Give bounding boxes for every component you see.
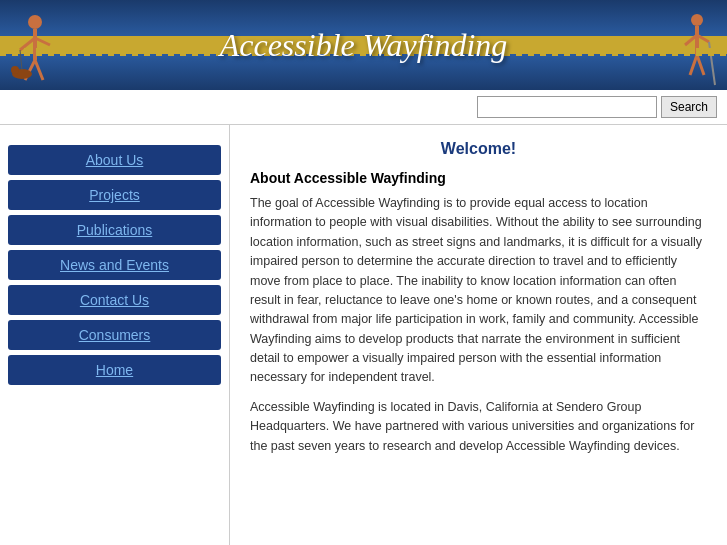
svg-point-9 — [691, 14, 703, 26]
welcome-title: Welcome! — [250, 140, 707, 158]
search-button[interactable]: Search — [661, 96, 717, 118]
svg-line-13 — [690, 55, 697, 75]
svg-line-5 — [35, 60, 43, 80]
content-area: Welcome! About Accessible Wayfinding The… — [230, 125, 727, 545]
about-heading: About Accessible Wayfinding — [250, 170, 707, 186]
content-para-2: Accessible Wayfinding is located in Davi… — [250, 398, 707, 456]
sidebar: About UsProjectsPublicationsNews and Eve… — [0, 125, 230, 545]
nav-item-news-events[interactable]: News and Events — [8, 250, 221, 280]
site-title: Accessible Wayfinding — [220, 27, 508, 64]
nav-item-contact-us[interactable]: Contact Us — [8, 285, 221, 315]
nav-item-about-us[interactable]: About Us — [8, 145, 221, 175]
page-header: Accessible Wayfinding — [0, 0, 727, 90]
nav-item-home[interactable]: Home — [8, 355, 221, 385]
nav-item-consumers[interactable]: Consumers — [8, 320, 221, 350]
content-para-1: The goal of Accessible Wayfinding is to … — [250, 194, 707, 388]
search-input[interactable] — [477, 96, 657, 118]
svg-line-14 — [697, 55, 704, 75]
svg-point-0 — [28, 15, 42, 29]
search-bar: Search — [0, 90, 727, 125]
svg-line-3 — [35, 38, 50, 45]
svg-point-7 — [11, 66, 19, 74]
nav-item-publications[interactable]: Publications — [8, 215, 221, 245]
nav-item-projects[interactable]: Projects — [8, 180, 221, 210]
main-layout: About UsProjectsPublicationsNews and Eve… — [0, 125, 727, 545]
